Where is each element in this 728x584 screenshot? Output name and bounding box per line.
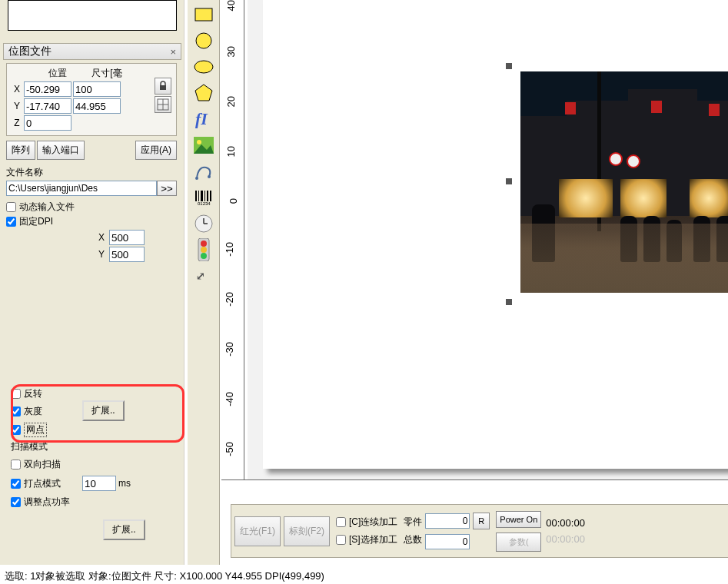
size-label: 尺寸[毫: [82, 67, 131, 80]
grayscale-checkbox[interactable]: [11, 406, 21, 416]
dot-unit: ms: [118, 478, 131, 489]
x-label: X: [10, 84, 24, 95]
continuous-checkbox[interactable]: [336, 517, 346, 527]
dynamic-input-checkbox[interactable]: [6, 202, 16, 212]
svg-rect-15: [198, 191, 199, 201]
lock-icon[interactable]: [155, 78, 171, 95]
filename-label: 文件名称: [6, 166, 177, 179]
grid-icon[interactable]: [155, 96, 171, 113]
x-pos-input[interactable]: [24, 81, 71, 97]
parts-label: 零件: [404, 516, 422, 529]
vector-tool-icon[interactable]: [192, 160, 215, 183]
pos-label: 位置: [33, 67, 82, 80]
page: [263, 0, 728, 469]
panel-title: 位图文件: [8, 45, 52, 58]
grayscale-label: 灰度: [24, 405, 42, 418]
svg-rect-17: [204, 191, 205, 201]
y-label: Y: [10, 101, 24, 111]
canvas-area[interactable]: [248, 0, 728, 480]
time-1: 00:00:00: [546, 517, 585, 529]
svg-point-25: [201, 241, 207, 247]
rectangle-tool-icon[interactable]: [192, 3, 215, 26]
r-button[interactable]: R: [473, 513, 490, 529]
svg-text:fI: fI: [195, 109, 208, 128]
svg-rect-0: [160, 85, 166, 90]
select-mark-checkbox[interactable]: [336, 535, 346, 545]
invert-checkbox[interactable]: [11, 389, 21, 399]
selection-handle[interactable]: [506, 63, 512, 69]
preview-box: [8, 0, 177, 31]
svg-rect-14: [195, 191, 197, 201]
transform-tool-icon[interactable]: ⤢: [192, 264, 215, 287]
red-light-button[interactable]: 红光(F1): [234, 516, 281, 546]
selection-handle[interactable]: [506, 178, 512, 184]
continuous-label: [C]连续加工: [349, 516, 397, 529]
total-label: 总数: [404, 533, 422, 546]
svg-rect-18: [207, 191, 208, 201]
fixed-dpi-checkbox[interactable]: [6, 217, 16, 227]
invert-label: 反转: [24, 387, 42, 400]
svg-rect-16: [201, 191, 203, 201]
close-icon[interactable]: ×: [170, 46, 176, 58]
power-button[interactable]: Power On: [496, 511, 541, 528]
y-size-input[interactable]: [73, 98, 121, 114]
status-bar: 选取: 1对象被选取 对象:位图文件 尺寸: X100.000 Y44.955 …: [0, 567, 728, 584]
y-pos-input[interactable]: [24, 98, 71, 114]
barcode-tool-icon[interactable]: 01234: [192, 186, 215, 209]
input-port-button[interactable]: 输入端口: [37, 141, 85, 160]
svg-point-13: [208, 175, 211, 178]
svg-marker-7: [195, 85, 212, 101]
svg-point-27: [201, 253, 207, 259]
extend-button-2[interactable]: 扩展..: [103, 519, 145, 540]
dot-mode-checkbox[interactable]: [11, 479, 21, 489]
array-button[interactable]: 阵列: [6, 141, 35, 160]
total-input[interactable]: [425, 534, 470, 549]
dynamic-input-label: 动态输入文件: [19, 201, 75, 214]
svg-point-12: [195, 177, 198, 180]
bidirectional-checkbox[interactable]: [11, 460, 21, 470]
bidirectional-label: 双向扫描: [24, 458, 61, 471]
dpi-y-input[interactable]: [109, 247, 145, 262]
select-mark-label: [S]选择加工: [349, 533, 397, 546]
dot-time-input[interactable]: [82, 476, 116, 491]
bottom-toolbar: 红光(F1) 标刻(F2) [C]连续加工 [S]选择加工 零件 总数 R Po…: [231, 504, 728, 558]
parts-input[interactable]: [425, 513, 470, 529]
apply-button[interactable]: 应用(A): [135, 141, 177, 160]
extend-button-1[interactable]: 扩展..: [82, 400, 125, 421]
selection-handle[interactable]: [506, 299, 512, 305]
adjust-power-label: 调整点功率: [24, 496, 70, 509]
x-size-input[interactable]: [73, 81, 121, 97]
traffic-light-icon[interactable]: [192, 238, 215, 261]
vertical-ruler: 40 30 20 10 0 -10 -20 -30 -40 -50: [221, 0, 244, 492]
side-toolbar: fI 01234 ⤢: [188, 0, 220, 565]
polygon-tool-icon[interactable]: [192, 81, 215, 105]
filepath-input[interactable]: [6, 181, 157, 196]
svg-point-6: [194, 61, 213, 73]
image-tool-icon[interactable]: [192, 134, 215, 157]
scan-mode-label: 扫描模式: [11, 440, 178, 453]
ellipse-tool-icon[interactable]: [192, 55, 215, 78]
dpi-y-label: Y: [98, 249, 109, 260]
bitmap-image[interactable]: [520, 71, 728, 293]
text-tool-icon[interactable]: fI: [192, 108, 215, 131]
z-pos-input[interactable]: [24, 115, 71, 131]
browse-button[interactable]: >>: [157, 181, 177, 196]
z-label: Z: [10, 118, 24, 128]
svg-rect-4: [195, 8, 212, 21]
dpi-x-label: X: [98, 232, 109, 243]
svg-rect-19: [210, 191, 211, 201]
mark-button[interactable]: 标刻(F2): [284, 516, 330, 546]
time-2: 00:00:00: [546, 533, 585, 545]
svg-point-10: [197, 140, 201, 144]
clock-tool-icon[interactable]: [192, 212, 215, 235]
params-button[interactable]: 参数(: [496, 533, 541, 552]
dot-mode-label: 打点模式: [24, 477, 61, 490]
dot-checkbox[interactable]: [11, 425, 21, 435]
dpi-x-input[interactable]: [109, 230, 145, 245]
svg-point-5: [196, 33, 211, 48]
dot-label: 网点: [24, 423, 47, 437]
circle-tool-icon[interactable]: [192, 29, 215, 52]
svg-text:⤢: ⤢: [196, 270, 205, 282]
fixed-dpi-label: 固定DPI: [19, 215, 53, 228]
adjust-power-checkbox[interactable]: [11, 497, 21, 507]
